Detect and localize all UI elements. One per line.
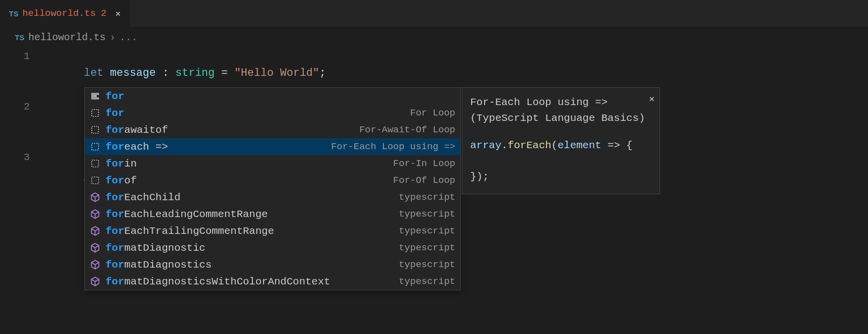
breadcrumb-more[interactable]: ...: [119, 32, 137, 43]
suggestion-label: formatDiagnosticsWithColorAndContext: [106, 276, 330, 287]
suggestion-item[interactable]: formatDiagnostictypescript: [85, 239, 460, 256]
tab-bar: TS helloworld.ts 2 ✕: [0, 0, 868, 27]
module-icon: [90, 226, 101, 236]
module-icon: [90, 243, 101, 253]
line-number: 1: [0, 48, 45, 65]
module-icon: [90, 192, 101, 202]
chevron-right-icon: ›: [109, 32, 115, 43]
svg-rect-4: [92, 126, 99, 133]
suggestion-label: formatDiagnostic: [106, 242, 206, 254]
line-number: 3: [0, 149, 45, 166]
suggestion-description: For-In Loop: [393, 158, 455, 169]
suggestion-label: for: [106, 91, 124, 102]
suggestion-item[interactable]: forofFor-Of Loop: [85, 172, 460, 189]
suggestion-label: formatDiagnostics: [106, 259, 212, 271]
suggestion-widget[interactable]: forforFor LoopforawaitofFor-Await-Of Loo…: [84, 87, 461, 290]
suggestion-label: forin: [106, 158, 137, 169]
keyword-icon: [90, 92, 101, 101]
suggestion-item[interactable]: formatDiagnosticsWithColorAndContexttype…: [85, 273, 460, 290]
svg-rect-6: [92, 160, 99, 167]
module-icon: [90, 209, 101, 219]
line-number: 2: [0, 99, 45, 115]
module-icon: [90, 260, 101, 270]
keyword-let: let: [84, 67, 104, 79]
suggestion-item[interactable]: formatDiagnosticstypescript: [85, 256, 460, 273]
suggestion-label: foreach =>: [106, 141, 168, 153]
module-icon: [90, 277, 101, 286]
suggestion-description: typescript: [399, 192, 455, 203]
breadcrumb[interactable]: TS helloworld.ts › ...: [0, 27, 868, 48]
suggestion-item[interactable]: forEachChildtypescript: [85, 189, 460, 206]
suggestion-label: forEachTrailingCommentRange: [106, 225, 274, 237]
close-icon[interactable]: ✕: [649, 93, 654, 106]
suggestion-label: for: [106, 108, 124, 119]
suggestion-item[interactable]: forawaitofFor-Await-Of Loop: [85, 121, 460, 138]
suggestion-label: forEachLeadingCommentRange: [106, 209, 268, 220]
svg-rect-3: [92, 110, 99, 116]
suggestion-description: typescript: [399, 242, 455, 253]
punct-eq: =: [215, 67, 234, 79]
snippet-icon: [90, 176, 101, 185]
suggestion-item[interactable]: forEachLeadingCommentRangetypescript: [85, 206, 460, 223]
tab-problem-count: 2: [101, 8, 106, 19]
suggestion-description: typescript: [399, 225, 455, 236]
identifier-message: message: [110, 67, 156, 79]
close-icon[interactable]: ✕: [115, 8, 121, 19]
doc-code-snippet: array.forEach(element => { });: [470, 138, 651, 185]
svg-rect-2: [92, 98, 99, 99]
suggestion-item[interactable]: forEachTrailingCommentRangetypescript: [85, 223, 460, 239]
svg-rect-0: [92, 93, 99, 94]
suggestion-label: forawaitof: [106, 124, 168, 136]
breadcrumb-file[interactable]: helloworld.ts: [28, 32, 106, 43]
suggestion-description: typescript: [399, 276, 455, 287]
tab-helloworld[interactable]: TS helloworld.ts 2 ✕: [0, 0, 130, 27]
suggestion-description: For-Each Loop using =>: [331, 141, 455, 152]
suggestion-description: For-Await-Of Loop: [359, 124, 455, 135]
suggestion-description: typescript: [399, 209, 455, 220]
suggestion-label: forEachChild: [106, 192, 180, 203]
snippet-icon: [90, 109, 101, 117]
typescript-icon: TS: [15, 33, 24, 42]
svg-rect-1: [92, 96, 96, 97]
suggestion-documentation: ✕ For-Each Loop using => (TypeScript Lan…: [462, 87, 660, 194]
suggestion-item[interactable]: for: [85, 88, 460, 105]
snippet-icon: [90, 125, 101, 134]
svg-rect-5: [92, 143, 99, 150]
tab-filename: helloworld.ts: [22, 8, 96, 19]
suggestion-item[interactable]: foreach =>For-Each Loop using =>: [85, 138, 460, 155]
suggestion-item[interactable]: forFor Loop: [85, 105, 460, 121]
doc-title: For-Each Loop using => (TypeScript Langu…: [470, 95, 651, 126]
suggestion-description: For Loop: [410, 108, 455, 118]
punct-semi: ;: [320, 67, 326, 79]
svg-rect-7: [92, 177, 99, 184]
suggestion-description: typescript: [399, 259, 455, 270]
punct-colon: :: [156, 67, 175, 79]
type-string: string: [175, 67, 215, 79]
string-literal: "Hello World": [234, 67, 320, 79]
suggestion-label: forof: [106, 175, 137, 186]
typescript-icon: TS: [9, 9, 18, 18]
suggestion-description: For-Of Loop: [393, 175, 455, 186]
suggestion-item[interactable]: forinFor-In Loop: [85, 155, 460, 172]
snippet-icon: [90, 159, 101, 168]
snippet-icon: [90, 142, 101, 151]
